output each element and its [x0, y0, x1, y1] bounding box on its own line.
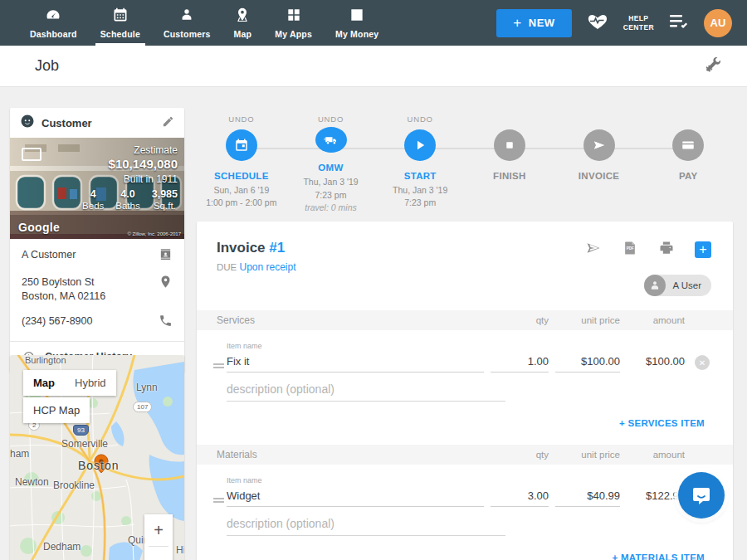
due-terms-link[interactable]: Upon receipt: [239, 261, 295, 273]
customer-name-row[interactable]: A Customer: [22, 247, 173, 265]
health-heart-icon[interactable]: [587, 12, 608, 35]
add-service-item-link[interactable]: + SERVICES ITEM: [619, 418, 705, 428]
activity-feed-icon[interactable]: [669, 13, 689, 33]
material-item-row: Item name $122.97 ✕: [197, 465, 733, 507]
service-description-input[interactable]: [227, 381, 505, 402]
omw-step-button[interactable]: [315, 127, 347, 153]
page-header: Job: [0, 46, 747, 87]
help-center-link[interactable]: HELP CENTER: [623, 14, 654, 32]
amount-column-header: amount: [627, 315, 685, 325]
customer-phone-row[interactable]: (234) 567-8900: [22, 314, 173, 331]
beds-value: 4: [82, 188, 104, 200]
new-button[interactable]: + NEW: [496, 9, 571, 37]
dashboard-icon: [45, 7, 61, 27]
print-icon[interactable]: [658, 240, 675, 260]
schedule-icon: [112, 7, 129, 27]
timeline-step-pay: PAY: [643, 114, 733, 214]
service-item-row: Item name $100.00 ✕: [197, 330, 733, 373]
nav-my-apps[interactable]: My Apps: [263, 0, 324, 46]
qty-column-header: qty: [491, 315, 549, 325]
material-qty-input[interactable]: [491, 488, 549, 507]
invoice-header: Invoice #1 DUE Upon receipt PDF +: [197, 222, 733, 310]
map-type-hybrid-button[interactable]: Hybrid: [65, 370, 116, 396]
customer-card-title: Customer: [42, 117, 155, 129]
nav-dashboard[interactable]: Dashboard: [18, 0, 89, 46]
service-name-input[interactable]: [227, 353, 484, 373]
undo-omw-button[interactable]: UNDO: [318, 114, 344, 124]
material-unit-price-input[interactable]: [555, 488, 620, 507]
stop-icon: [502, 138, 517, 153]
baths-value: 4.0: [115, 188, 139, 200]
job-settings-icon[interactable]: [704, 56, 722, 77]
nav-my-apps-label: My Apps: [275, 29, 312, 39]
customer-contact: A Customer 250 Boylston St Boston, MA 02…: [10, 239, 184, 331]
hcp-map-button[interactable]: HCP Map: [23, 397, 90, 423]
zestimate-label: Zestimate: [82, 144, 178, 156]
finish-step-button[interactable]: [494, 129, 525, 161]
timeline-step-invoice: INVOICE: [554, 114, 644, 214]
phone-icon[interactable]: [159, 314, 173, 331]
map-zoom-control: + −: [144, 514, 173, 560]
property-photo: Zestimate $10,149,080 Built in 1911 4 Be…: [10, 138, 184, 239]
undo-start-button[interactable]: UNDO: [408, 114, 433, 126]
customer-phone: (234) 567-8900: [22, 314, 159, 329]
service-unit-price-input[interactable]: [555, 353, 620, 373]
add-service-row: + SERVICES ITEM: [197, 402, 733, 445]
zestimate-overlay: Zestimate $10,149,080 Built in 1911 4 Be…: [82, 144, 178, 211]
schedule-step-button[interactable]: [226, 129, 257, 161]
service-qty-input[interactable]: [491, 353, 549, 373]
assignee-chip[interactable]: A User: [644, 275, 711, 296]
nav-my-money[interactable]: My Money: [324, 0, 390, 46]
pay-step-button[interactable]: [672, 129, 704, 161]
zoom-out-button[interactable]: −: [144, 547, 173, 560]
customer-card: Customer: [10, 108, 184, 373]
start-step-button[interactable]: [404, 129, 436, 161]
sqft-value: 3,985: [152, 188, 178, 200]
nav-customers[interactable]: Customers: [152, 0, 222, 46]
credit-card-icon: [681, 138, 696, 153]
customer-name: A Customer: [22, 247, 159, 262]
contact-card-icon[interactable]: [159, 247, 173, 265]
photo-frame-icon[interactable]: [22, 148, 42, 161]
invoice-number[interactable]: #1: [269, 240, 285, 256]
delete-service-item-button[interactable]: ✕: [695, 355, 710, 370]
beds-label: Beds: [82, 201, 104, 211]
map-label-dedham: Dedham: [43, 541, 81, 553]
material-description-input[interactable]: [227, 515, 505, 536]
drag-handle-icon[interactable]: [213, 496, 227, 504]
svg-text:PDF: PDF: [627, 246, 634, 251]
edit-customer-icon[interactable]: [162, 115, 174, 131]
nav-schedule[interactable]: Schedule: [89, 0, 152, 46]
map-widget[interactable]: Burlington Lynn 107 2 93 Somerville ham …: [10, 355, 184, 560]
customers-icon: [178, 7, 195, 27]
route-107-shield: 107: [133, 402, 152, 412]
map-type-map-button[interactable]: Map: [23, 370, 65, 396]
add-material-item-link[interactable]: + MATERIALS ITEM: [612, 553, 705, 560]
built-year: Built in 1911: [82, 173, 178, 185]
assignee-avatar-icon: [644, 275, 666, 296]
finish-step-label: FINISH: [493, 171, 526, 181]
property-stats: 4 Beds 4.0 Baths 3,985 Sq.ft.: [82, 188, 178, 211]
i93-shield: 93: [73, 425, 89, 436]
invoice-step-button[interactable]: [583, 129, 615, 161]
customer-address-row[interactable]: 250 Boylston St Boston, MA 02116: [22, 275, 173, 304]
job-progress-timeline: UNDO SCHEDULE Sun, Jan 6 '19 1:00 pm - 2…: [197, 114, 733, 214]
nav-map[interactable]: Map: [222, 0, 264, 46]
send-invoice-icon[interactable]: [585, 240, 602, 260]
zoom-in-button[interactable]: +: [144, 514, 173, 546]
start-step-label: START: [404, 171, 437, 181]
add-material-row: + MATERIALS ITEM: [197, 536, 733, 560]
nav-customers-label: Customers: [164, 29, 211, 39]
pdf-icon[interactable]: PDF: [622, 240, 638, 260]
drag-handle-icon[interactable]: [213, 362, 227, 370]
location-pin-icon[interactable]: [159, 275, 173, 292]
chat-launcher-button[interactable]: [678, 472, 725, 519]
undo-schedule-button[interactable]: UNDO: [228, 114, 254, 126]
user-avatar[interactable]: AU: [704, 9, 732, 37]
material-name-input[interactable]: [227, 488, 484, 507]
schedule-step-label: SCHEDULE: [214, 171, 269, 181]
add-invoice-button[interactable]: +: [695, 241, 711, 258]
pay-step-label: PAY: [679, 171, 698, 181]
map-label-hingham: Hi: [176, 544, 184, 556]
item-name-label: Item name: [227, 476, 484, 485]
